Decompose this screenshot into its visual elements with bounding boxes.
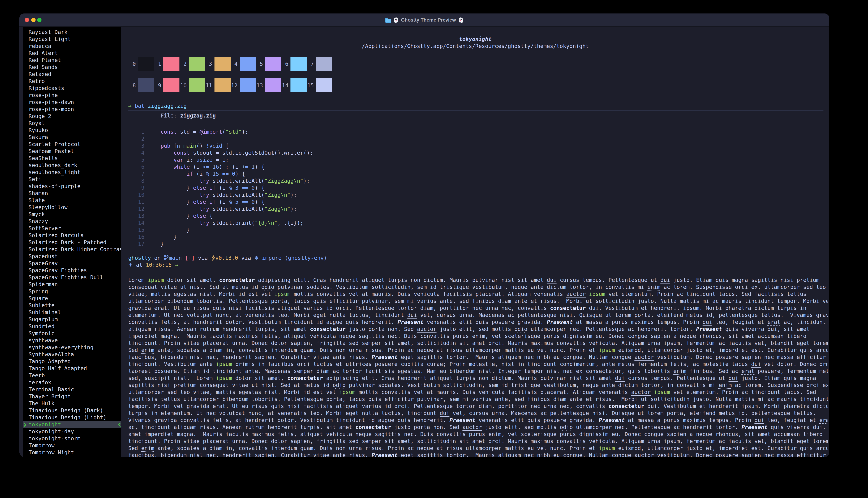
palette-cell-4: 4: [231, 56, 256, 70]
text-line: facilisis tellus ullamcorper bibendum lo…: [128, 396, 828, 403]
line-number: 4: [121, 149, 144, 156]
theme-list-item[interactable]: Red Alert: [23, 50, 121, 56]
code-line: 12 try stdout.writeAll("Zagg\n");: [121, 205, 829, 212]
title-bar[interactable]: Ghostty Theme Preview: [19, 13, 829, 27]
theme-list-item[interactable]: Seti: [23, 176, 121, 183]
theme-list-item[interactable]: Retro: [23, 78, 121, 84]
palette-cell-8: 8: [129, 78, 154, 92]
theme-list-item[interactable]: Snazzy: [23, 218, 121, 225]
theme-list-item[interactable]: Sugarplum: [23, 316, 121, 323]
theme-list-item[interactable]: Sundried: [23, 323, 121, 330]
theme-list-item[interactable]: SpaceGray Eighties: [23, 267, 121, 274]
code-line: 9 } else if (i % 3 == 0) {: [121, 184, 829, 191]
palette-index: 8: [129, 82, 136, 88]
theme-list-item[interactable]: Rippedcasts: [23, 84, 121, 92]
theme-list-item[interactable]: Relaxed: [23, 70, 121, 78]
text-line: consequat vitae ut nisl. Sed at metus id…: [128, 284, 828, 290]
theme-list-item[interactable]: synthwave: [23, 337, 121, 344]
color-swatch-12: [240, 78, 256, 92]
text-line: ullamcorper bibendum lobortis. Pellentes…: [128, 298, 828, 304]
screen: Ghostty Theme Preview Raycast_DarkRaycas…: [0, 0, 868, 498]
theme-list-item[interactable]: Tango Half Adapted: [23, 365, 121, 372]
theme-list-item[interactable]: Tomorrow: [23, 442, 121, 449]
code-line: 3pub fn main() !void {: [121, 142, 829, 149]
prompt-input-line[interactable]: ✦ at 10:36:15 →: [128, 261, 327, 268]
theme-list-item[interactable]: Solarized Dark Higher Contrast: [23, 246, 121, 253]
theme-list-item[interactable]: Raycast_Dark: [23, 29, 121, 36]
theme-list-item[interactable]: seoulbones_dark: [23, 162, 121, 169]
theme-list-item[interactable]: Thayer Bright: [23, 393, 121, 400]
palette-index: 5: [256, 61, 263, 67]
preview-pane[interactable]: tokyonight /Applications/Ghostty.app/Con…: [121, 27, 829, 457]
theme-list-item[interactable]: SoftServer: [23, 225, 121, 232]
git-branch-icon: [164, 255, 169, 261]
prompt-arrow-icon: →: [172, 262, 178, 268]
theme-list-item[interactable]: Symfonic: [23, 330, 121, 337]
theme-list-item[interactable]: Shaman: [23, 190, 121, 197]
palette-row-0-7: 01234567: [129, 56, 332, 70]
theme-list-item[interactable]: SeaShells: [23, 155, 121, 162]
palette-index: 6: [281, 61, 288, 67]
theme-list-item[interactable]: Spring: [23, 288, 121, 295]
theme-list-item[interactable]: SpaceGray: [23, 260, 121, 267]
theme-list-item[interactable]: rebecca: [23, 42, 121, 50]
theme-list-item[interactable]: tokyonight-storm: [23, 435, 121, 442]
theme-list-item[interactable]: Royal: [23, 120, 121, 127]
color-swatch-1: [163, 56, 180, 70]
theme-list-item[interactable]: Tinacious Design (Light): [23, 414, 121, 421]
line-number: 13: [121, 212, 144, 219]
theme-list-item[interactable]: Tomorrow Night: [23, 449, 121, 456]
theme-list-item[interactable]: Rouge 2: [23, 113, 121, 120]
text-line: tincidunt. Proin vitae placerat urna. Do…: [128, 340, 828, 346]
theme-list-item[interactable]: Spiderman: [23, 281, 121, 288]
theme-list-item[interactable]: Teerb: [23, 372, 121, 379]
theme-list-item[interactable]: Tinacious Design (Dark): [23, 407, 121, 414]
theme-list-item[interactable]: Solarized Darcula: [23, 232, 121, 239]
theme-list-item[interactable]: SleepyHollow: [23, 204, 121, 211]
shell-command-line: → bat ziggzagg.zig: [128, 102, 187, 109]
theme-list-pane[interactable]: Raycast_DarkRaycast_LightrebeccaRed Aler…: [23, 27, 121, 457]
theme-list-item[interactable]: Square: [23, 295, 121, 302]
theme-list-item[interactable]: rose-pine: [23, 92, 121, 99]
color-swatch-13: [265, 78, 281, 92]
theme-list-item[interactable]: Red Sands: [23, 64, 121, 70]
theme-list-item-selected[interactable]: tokyonight: [23, 421, 121, 428]
theme-list-item[interactable]: rose-pine-dawn: [23, 99, 121, 106]
ghost-icon: [393, 17, 399, 23]
theme-list-item[interactable]: seoulbones_light: [23, 169, 121, 176]
theme-list-item[interactable]: SpaceGray Eighties Dull: [23, 274, 121, 281]
theme-list-item[interactable]: Raycast_Light: [23, 36, 121, 42]
theme-list-item[interactable]: Sublette: [23, 302, 121, 309]
theme-list-item[interactable]: Sakura: [23, 134, 121, 141]
code-line: 16 }: [121, 233, 829, 240]
theme-list-item[interactable]: Red Planet: [23, 56, 121, 64]
theme-list-item[interactable]: Smyck: [23, 211, 121, 218]
theme-list-item[interactable]: shades-of-purple: [23, 183, 121, 190]
theme-list-item[interactable]: Scarlet Protocol: [23, 141, 121, 148]
theme-list-item[interactable]: Ryuuko: [23, 127, 121, 134]
theme-list-item[interactable]: Subliminal: [23, 309, 121, 316]
theme-list-item[interactable]: rose-pine-moon: [23, 106, 121, 113]
theme-list-item[interactable]: tokyonight-day: [23, 428, 121, 435]
theme-list-item[interactable]: Solarized Dark - Patched: [23, 239, 121, 246]
theme-list-item[interactable]: The Hulk: [23, 400, 121, 407]
close-button[interactable]: [25, 18, 29, 22]
theme-list-item[interactable]: Slate: [23, 197, 121, 204]
code-line: 15 }: [121, 226, 829, 233]
theme-list-item[interactable]: Seafoam Pastel: [23, 148, 121, 155]
theme-list-item[interactable]: synthwave-everything: [23, 344, 121, 351]
prompt-status-line: ghostty on main [+] via v0.13.0 via ❄ im…: [128, 254, 327, 261]
minimize-button[interactable]: [31, 18, 35, 22]
theme-list-item[interactable]: Tango Adapted: [23, 358, 121, 365]
theme-list-item[interactable]: Spacedust: [23, 253, 121, 260]
zoom-button[interactable]: [37, 18, 41, 22]
theme-list-item[interactable]: SynthwaveAlpha: [23, 351, 121, 358]
text-line: elementum. Ut nec volutpat nunc, at vene…: [128, 312, 828, 318]
color-swatch-6: [290, 56, 307, 70]
theme-list-item[interactable]: terafox: [23, 379, 121, 386]
theme-list-item[interactable]: Terminal Basic: [23, 386, 121, 393]
text-line: tempor. Morbi vel gravida erat. Ut eu ri…: [128, 403, 828, 410]
ghostty-window: Ghostty Theme Preview Raycast_DarkRaycas…: [19, 13, 829, 457]
palette-index: 14: [281, 82, 288, 88]
line-number: 14: [121, 219, 144, 226]
